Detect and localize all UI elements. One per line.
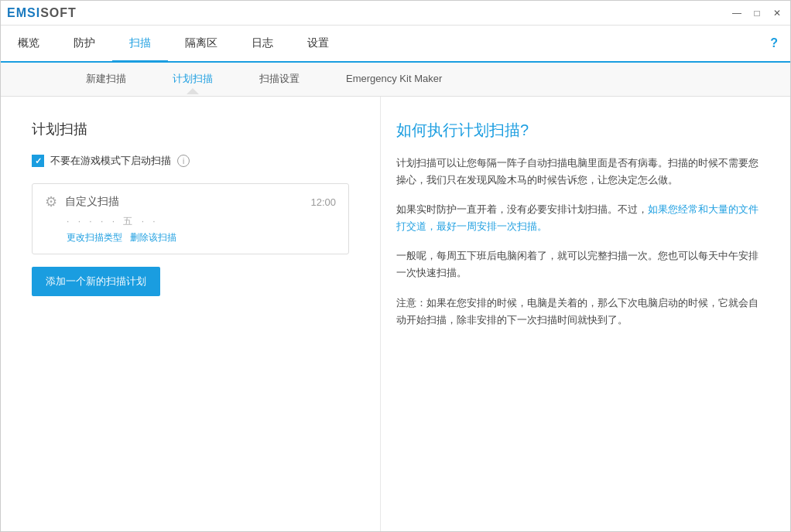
scan-card-left: ⚙ 自定义扫描 <box>45 193 119 210</box>
delete-scan-link[interactable]: 删除该扫描 <box>130 231 176 244</box>
game-mode-checkbox[interactable] <box>32 155 44 167</box>
section-title: 计划扫描 <box>32 120 349 138</box>
right-panel: 如何执行计划扫描? 计划扫描可以让您每隔一阵子自动扫描电脑里面是否有病毒。扫描的… <box>380 97 790 532</box>
window-controls: — □ ✕ <box>730 6 784 20</box>
add-schedule-button[interactable]: 添加一个新的扫描计划 <box>32 267 160 296</box>
info-icon[interactable]: i <box>177 155 190 167</box>
game-mode-label: 不要在游戏模式下启动扫描 <box>50 154 171 168</box>
subnav-emergency-kit[interactable]: Emergency Kit Maker <box>323 63 465 97</box>
nav-item-protection[interactable]: 防护 <box>56 26 112 63</box>
scan-card-days: · · · · · 五 · · <box>67 215 336 228</box>
logo-emsi: EMSI <box>7 6 40 19</box>
right-para-4: 注意：如果在您安排的时候，电脑是关着的，那么下次电脑启动的时候，它就会自动开始扫… <box>396 295 759 329</box>
right-para-2: 如果实时防护一直开着，没有必要安排计划扫描。不过，如果您经常和大量的文件打交道，… <box>396 201 759 235</box>
nav-item-logs[interactable]: 日志 <box>235 26 290 63</box>
scan-card-links: 更改扫描类型 删除该扫描 <box>67 231 336 244</box>
subnav-new-scan[interactable]: 新建扫描 <box>63 63 149 97</box>
scan-card: ⚙ 自定义扫描 12:00 · · · · · 五 · · 更改扫描类型 删除该… <box>32 183 349 254</box>
scan-card-name: 自定义扫描 <box>65 195 119 209</box>
nav-item-quarantine[interactable]: 隔离区 <box>168 26 235 63</box>
right-para-3: 一般呢，每周五下班后电脑闲着了，就可以完整扫描一次。您也可以每天中午安排一次快速… <box>396 247 759 281</box>
main-content: 计划扫描 不要在游戏模式下启动扫描 i ⚙ 自定义扫描 12:00 · · · … <box>1 97 790 532</box>
scan-card-time: 12:00 <box>310 196 336 208</box>
subnav-scan-settings[interactable]: 扫描设置 <box>236 63 323 97</box>
app-logo: EMSISOFT <box>7 6 77 20</box>
left-panel: 计划扫描 不要在游戏模式下启动扫描 i ⚙ 自定义扫描 12:00 · · · … <box>1 97 380 532</box>
maximize-button[interactable]: □ <box>750 6 764 20</box>
game-mode-row: 不要在游戏模式下启动扫描 i <box>32 154 349 168</box>
right-panel-title: 如何执行计划扫描? <box>396 120 759 141</box>
close-button[interactable]: ✕ <box>770 6 784 20</box>
subnav-scheduled-scan[interactable]: 计划扫描 <box>149 63 236 97</box>
gear-icon: ⚙ <box>45 193 57 210</box>
help-button[interactable]: ? <box>758 26 790 61</box>
scan-card-header: ⚙ 自定义扫描 12:00 <box>45 193 336 210</box>
nav-item-settings[interactable]: 设置 <box>290 26 346 63</box>
navbar: 概览 防护 扫描 隔离区 日志 设置 ? <box>1 26 790 63</box>
nav-item-overview[interactable]: 概览 <box>1 26 56 63</box>
edit-scan-link[interactable]: 更改扫描类型 <box>67 231 122 244</box>
titlebar: EMSISOFT — □ ✕ <box>1 1 790 26</box>
para2-before: 如果实时防护一直开着，没有必要安排计划扫描。不过， <box>396 203 648 215</box>
subnav: 新建扫描 计划扫描 扫描设置 Emergency Kit Maker <box>1 63 790 97</box>
logo-soft: SOFT <box>40 6 77 19</box>
right-para-1: 计划扫描可以让您每隔一阵子自动扫描电脑里面是否有病毒。扫描的时候不需要您操心，我… <box>396 155 759 189</box>
nav-item-scan[interactable]: 扫描 <box>112 26 168 63</box>
minimize-button[interactable]: — <box>730 6 744 20</box>
